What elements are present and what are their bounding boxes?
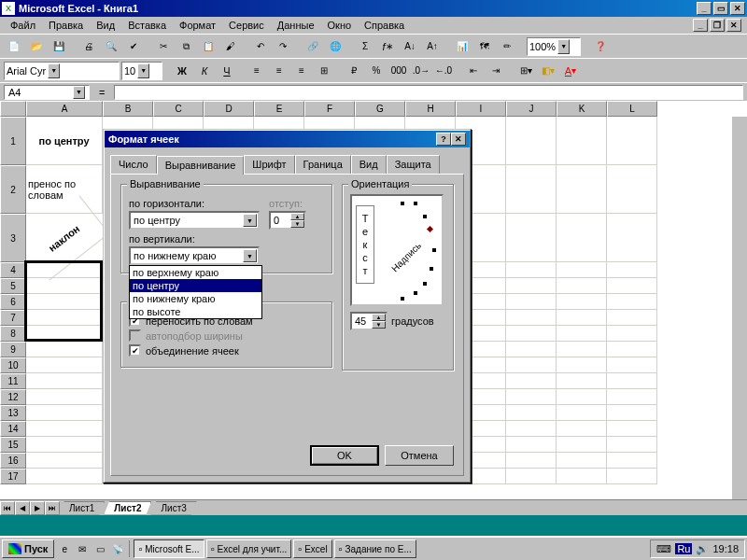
bold-button[interactable]: Ж bbox=[172, 61, 192, 81]
clock[interactable]: 19:18 bbox=[712, 543, 739, 554]
cell[interactable] bbox=[607, 453, 657, 469]
spin-down-icon[interactable]: ▼ bbox=[372, 321, 386, 329]
cell[interactable] bbox=[506, 310, 557, 326]
column-header[interactable]: A bbox=[26, 101, 103, 117]
cell[interactable] bbox=[557, 278, 607, 294]
copy-button[interactable]: ⧉ bbox=[176, 36, 196, 57]
cell[interactable] bbox=[557, 469, 607, 484]
cell[interactable] bbox=[557, 310, 607, 326]
sort-desc-button[interactable]: A↑ bbox=[422, 36, 443, 57]
menu-file[interactable]: Файл bbox=[4, 19, 42, 32]
merge-center-button[interactable]: ⊞ bbox=[314, 61, 334, 81]
ok-button[interactable]: OK bbox=[310, 445, 379, 466]
cell[interactable] bbox=[506, 326, 557, 342]
fill-color-button[interactable]: ◧▾ bbox=[538, 61, 558, 81]
row-header[interactable]: 8 bbox=[0, 326, 26, 342]
spin-down-icon[interactable]: ▼ bbox=[290, 220, 304, 228]
spin-up-icon[interactable]: ▲ bbox=[290, 213, 304, 220]
cell[interactable] bbox=[557, 214, 607, 262]
undo-button[interactable]: ↶ bbox=[250, 36, 271, 57]
row-header[interactable]: 17 bbox=[0, 469, 26, 484]
cell[interactable] bbox=[26, 342, 103, 357]
ie-icon[interactable]: e bbox=[56, 540, 73, 557]
function-button[interactable]: f∗ bbox=[377, 36, 398, 57]
dropdown-option[interactable]: по нижнему краю bbox=[130, 292, 261, 305]
increase-indent-button[interactable]: ⇥ bbox=[486, 61, 506, 81]
row-header[interactable]: 1 bbox=[0, 117, 26, 165]
paste-button[interactable]: 📋 bbox=[198, 36, 218, 57]
menu-view[interactable]: Вид bbox=[90, 19, 121, 32]
chevron-down-icon[interactable]: ▼ bbox=[243, 214, 257, 227]
menu-edit[interactable]: Правка bbox=[42, 19, 90, 32]
tray-icon[interactable]: 🔊 bbox=[696, 543, 709, 555]
select-all-cell[interactable] bbox=[0, 101, 26, 117]
prev-sheet-button[interactable]: ◀ bbox=[15, 501, 30, 515]
column-header[interactable]: B bbox=[103, 101, 153, 117]
column-header[interactable]: J bbox=[506, 101, 557, 117]
cell[interactable] bbox=[26, 421, 103, 437]
assistant-button[interactable]: ❓ bbox=[590, 36, 611, 57]
underline-button[interactable]: Ч bbox=[217, 61, 237, 81]
cell[interactable] bbox=[26, 310, 103, 326]
dialog-tab[interactable]: Шрифт bbox=[244, 155, 294, 174]
currency-button[interactable]: ₽ bbox=[344, 61, 364, 81]
column-header[interactable]: F bbox=[304, 101, 355, 117]
zoom-combo[interactable]: 100% ▼ bbox=[527, 37, 581, 56]
italic-button[interactable]: К bbox=[194, 61, 215, 81]
dialog-tab[interactable]: Вид bbox=[351, 155, 387, 174]
minimize-button[interactable]: _ bbox=[697, 2, 712, 15]
cell[interactable] bbox=[607, 117, 657, 165]
degrees-spinner[interactable]: 45 ▲▼ bbox=[350, 312, 388, 330]
vertical-scrollbar[interactable] bbox=[732, 117, 747, 499]
cell[interactable] bbox=[607, 262, 657, 278]
vertical-select[interactable]: по нижнему краю ▼ по верхнему краюпо цен… bbox=[129, 246, 260, 265]
cell[interactable] bbox=[506, 165, 557, 214]
cell[interactable] bbox=[506, 373, 557, 389]
cell[interactable] bbox=[26, 437, 103, 453]
dropdown-option[interactable]: по верхнему краю bbox=[130, 266, 261, 279]
print-preview-button[interactable]: 🔍 bbox=[101, 36, 121, 57]
column-header[interactable]: K bbox=[557, 101, 607, 117]
format-painter-button[interactable]: 🖌 bbox=[220, 36, 241, 57]
column-header[interactable]: D bbox=[204, 101, 254, 117]
dialog-tab[interactable]: Число bbox=[110, 155, 157, 174]
cell[interactable] bbox=[607, 405, 657, 421]
menu-help[interactable]: Справка bbox=[358, 19, 411, 32]
chevron-down-icon[interactable]: ▼ bbox=[243, 249, 257, 262]
cell[interactable] bbox=[607, 310, 657, 326]
spellcheck-button[interactable]: ✔ bbox=[123, 36, 144, 57]
taskbar-button[interactable]: ▫Задание по E... bbox=[334, 539, 416, 558]
new-button[interactable]: 📄 bbox=[4, 36, 24, 57]
indent-spinner[interactable]: 0 ▲▼ bbox=[269, 211, 306, 230]
cell[interactable] bbox=[506, 421, 557, 437]
cell[interactable] bbox=[506, 117, 557, 165]
cell[interactable] bbox=[26, 326, 103, 342]
cell[interactable] bbox=[26, 294, 103, 310]
cell[interactable] bbox=[26, 389, 103, 405]
chart-button[interactable]: 📊 bbox=[452, 36, 472, 57]
font-size-combo[interactable]: 10 ▼ bbox=[121, 62, 162, 80]
dialog-tab[interactable]: Выравнивание bbox=[157, 156, 245, 175]
cell[interactable] bbox=[26, 405, 103, 421]
cell[interactable] bbox=[506, 214, 557, 262]
align-right-button[interactable]: ≡ bbox=[291, 61, 312, 81]
horizontal-scrollbar[interactable] bbox=[452, 500, 732, 515]
sheet-tab[interactable]: Лист3 bbox=[150, 501, 196, 515]
row-header[interactable]: 15 bbox=[0, 437, 26, 453]
cell[interactable] bbox=[506, 453, 557, 469]
dropdown-option[interactable]: по центру bbox=[130, 279, 261, 292]
cell[interactable] bbox=[506, 262, 557, 278]
dialog-tab[interactable]: Защита bbox=[387, 155, 440, 174]
row-header[interactable]: 13 bbox=[0, 405, 26, 421]
cell[interactable] bbox=[557, 117, 607, 165]
font-name-combo[interactable]: Arial Cyr ▼ bbox=[4, 62, 120, 80]
sheet-tab[interactable]: Лист2 bbox=[104, 501, 151, 515]
menu-tools[interactable]: Сервис bbox=[222, 19, 271, 32]
cell[interactable] bbox=[506, 437, 557, 453]
cell[interactable] bbox=[506, 357, 557, 373]
decrease-decimal-button[interactable]: ←.0 bbox=[433, 61, 454, 81]
formula-input[interactable] bbox=[114, 85, 743, 100]
cell[interactable] bbox=[607, 342, 657, 357]
merge-checkbox[interactable]: ✔объединение ячеек bbox=[129, 344, 324, 357]
row-header[interactable]: 2 bbox=[0, 165, 26, 214]
